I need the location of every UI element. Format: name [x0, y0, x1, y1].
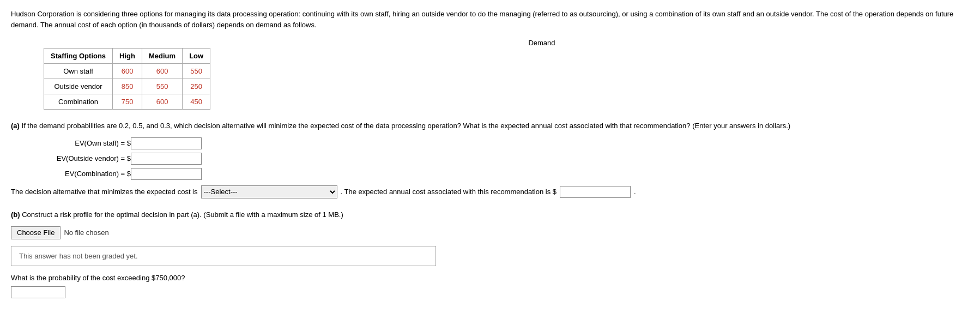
expected-cost-suffix-text: . The expected annual cost associated wi…	[341, 188, 556, 196]
ev-own-staff-input[interactable]	[131, 137, 202, 149]
period-text: .	[634, 188, 636, 196]
decision-prefix-text: The decision alternative that minimizes …	[11, 188, 198, 196]
table-row: Combination 750 600 450	[44, 94, 210, 110]
col-header-low: Low	[183, 49, 210, 64]
table-row: Own staff 600 600 550	[44, 64, 210, 79]
part-a-question: (a) If the demand probabilities are 0.2,…	[11, 121, 969, 132]
grading-text: This answer has not been graded yet.	[19, 252, 138, 260]
cost-table: Staffing Options High Medium Low Own sta…	[44, 48, 210, 110]
part-b-question: (b) Construct a risk profile for the opt…	[11, 209, 969, 221]
probability-question: What is the probability of the cost exce…	[11, 274, 969, 282]
ev-own-staff-row: EV(Own staff) = $	[33, 137, 969, 149]
row-combination-label: Combination	[44, 94, 113, 110]
row-own-staff-high: 600	[113, 64, 142, 79]
col-header-staffing: Staffing Options	[44, 49, 113, 64]
row-combination-high: 750	[113, 94, 142, 110]
row-combination-low: 450	[183, 94, 210, 110]
col-header-medium: Medium	[142, 49, 183, 64]
ev-outside-vendor-input[interactable]	[131, 153, 202, 165]
row-outside-vendor-medium: 550	[142, 79, 183, 94]
part-a-label: (a)	[11, 122, 20, 130]
part-b-section: (b) Construct a risk profile for the opt…	[11, 209, 969, 298]
table-row: Outside vendor 850 550 250	[44, 79, 210, 94]
part-a-section: (a) If the demand probabilities are 0.2,…	[11, 121, 969, 198]
row-own-staff-low: 550	[183, 64, 210, 79]
row-own-staff-medium: 600	[142, 64, 183, 79]
expected-cost-input[interactable]	[560, 186, 631, 198]
probability-input[interactable]	[11, 286, 65, 298]
ev-outside-vendor-label: EV(Outside vendor) = $	[33, 154, 131, 162]
decision-select[interactable]: ---Select--- Own staff Outside vendor Co…	[201, 185, 337, 198]
intro-text: Hudson Corporation is considering three …	[11, 9, 965, 30]
ev-combination-row: EV(Combination) = $	[33, 168, 969, 180]
decision-alternative-row: The decision alternative that minimizes …	[11, 185, 969, 198]
row-outside-vendor-low: 250	[183, 79, 210, 94]
part-b-label: (b)	[11, 210, 20, 219]
ev-combination-label: EV(Combination) = $	[33, 170, 131, 178]
file-upload-row: Choose File No file chosen	[11, 226, 969, 239]
row-outside-vendor-label: Outside vendor	[44, 79, 113, 94]
choose-file-button[interactable]: Choose File	[11, 226, 61, 239]
ev-combination-input[interactable]	[131, 168, 202, 180]
demand-header-label: Demand	[114, 39, 969, 47]
row-own-staff-label: Own staff	[44, 64, 113, 79]
no-file-text: No file chosen	[64, 228, 108, 237]
ev-own-staff-label: EV(Own staff) = $	[33, 139, 131, 147]
grading-box: This answer has not been graded yet.	[11, 246, 436, 266]
data-table-container: Demand Staffing Options High Medium Low …	[44, 39, 969, 110]
col-header-high: High	[113, 49, 142, 64]
ev-outside-vendor-row: EV(Outside vendor) = $	[33, 153, 969, 165]
row-combination-medium: 600	[142, 94, 183, 110]
row-outside-vendor-high: 850	[113, 79, 142, 94]
